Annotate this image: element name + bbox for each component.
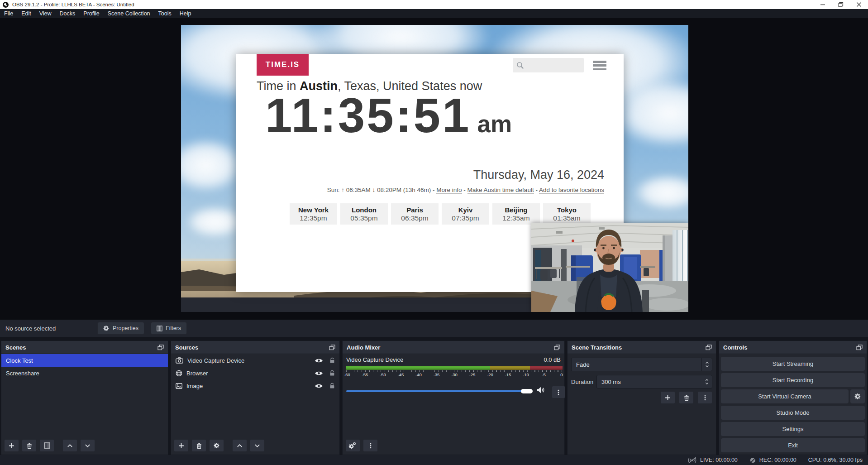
search-input[interactable] <box>513 58 584 72</box>
menu-profile[interactable]: Profile <box>79 9 103 18</box>
scene-item-clock-test[interactable]: Clock Test <box>1 354 168 367</box>
popout-icon[interactable] <box>856 345 863 350</box>
obs-logo-icon <box>3 2 9 8</box>
volume-slider-handle[interactable] <box>521 389 533 393</box>
dots-icon <box>702 394 708 401</box>
scene-move-up-button[interactable] <box>62 439 77 452</box>
menu-docks[interactable]: Docks <box>56 9 80 18</box>
restore-button[interactable] <box>832 0 850 9</box>
start-recording-button[interactable]: Start Recording <box>721 373 865 387</box>
menu-file[interactable]: File <box>0 9 17 18</box>
city-card-kyiv[interactable]: Kyiv 07:35pm <box>442 203 489 225</box>
scene-canvas[interactable]: TIME.IS Time in Austin, Texas, United St… <box>181 25 688 312</box>
scenes-list: Clock Test Screenshare <box>1 354 168 455</box>
eye-icon[interactable] <box>315 383 323 389</box>
properties-button[interactable]: Properties <box>97 322 144 335</box>
popout-icon[interactable] <box>706 345 712 350</box>
volume-slider-track <box>346 390 525 392</box>
add-scene-button[interactable] <box>4 439 19 452</box>
filters-button[interactable]: Filters <box>151 322 187 335</box>
exit-button[interactable]: Exit <box>721 438 865 452</box>
remove-source-button[interactable] <box>191 439 206 452</box>
lock-open-icon[interactable] <box>329 357 335 364</box>
virtual-camera-settings-button[interactable] <box>850 389 865 403</box>
sources-header: Sources <box>171 341 339 354</box>
popout-icon[interactable] <box>554 345 560 350</box>
eye-icon[interactable] <box>315 358 323 364</box>
date-display: Thursday, May 16, 2024 <box>473 168 604 182</box>
obs-window: OBS 29.1.2 - Profile: LLHLS BETA - Scene… <box>0 0 868 465</box>
duration-spinbox[interactable]: 300 ms <box>596 375 712 388</box>
menu-tools[interactable]: Tools <box>154 9 176 18</box>
mixer-menu-button[interactable] <box>363 439 378 452</box>
sources-list: Video Capture Device Browser Image <box>171 354 339 455</box>
source-move-down-button[interactable] <box>250 439 265 452</box>
source-context-toolbar: No source selected Properties Filters <box>0 320 868 337</box>
city-card-newyork[interactable]: New York 12:35pm <box>290 203 337 225</box>
make-default-link[interactable]: Make Austin time default <box>467 187 534 194</box>
no-source-status: No source selected <box>5 320 56 337</box>
window-title: OBS 29.1.2 - Profile: LLHLS BETA - Scene… <box>12 2 134 7</box>
filter-icon <box>157 326 162 331</box>
preview-area[interactable]: TIME.IS Time in Austin, Texas, United St… <box>0 18 868 320</box>
chevron-up-icon <box>705 379 709 381</box>
volume-slider[interactable] <box>346 388 533 394</box>
scene-item-screenshare[interactable]: Screenshare <box>1 367 168 379</box>
chevron-up-icon <box>236 442 243 449</box>
cloud <box>186 206 244 238</box>
cpu-status: CPU: 0.6%, 30.00 fps <box>808 457 863 463</box>
lock-open-icon[interactable] <box>329 370 335 376</box>
transition-options-button[interactable] <box>697 391 712 404</box>
remove-scene-button[interactable] <box>22 439 37 452</box>
chevron-down-icon <box>705 365 709 368</box>
eye-icon[interactable] <box>315 370 323 376</box>
menu-help[interactable]: Help <box>176 9 196 18</box>
more-info-link[interactable]: More info <box>436 187 462 194</box>
scene-transitions-dock: Scene Transitions Fade Duration 300 ms <box>567 340 716 455</box>
source-item-image[interactable]: Image <box>171 379 339 392</box>
transition-select-arrows[interactable] <box>701 358 712 371</box>
start-virtual-camera-button[interactable]: Start Virtual Camera <box>721 389 849 403</box>
scene-move-down-button[interactable] <box>80 439 95 452</box>
city-card-tokyo[interactable]: Tokyo 01:35am <box>543 203 591 225</box>
trash-icon <box>196 442 202 449</box>
source-move-up-button[interactable] <box>232 439 247 452</box>
hamburger-menu-icon[interactable] <box>593 61 606 70</box>
popout-icon[interactable] <box>329 345 335 350</box>
speaker-icon[interactable] <box>536 387 545 393</box>
remove-transition-button[interactable] <box>679 391 694 404</box>
scene-filters-button[interactable] <box>39 439 54 452</box>
add-source-button[interactable] <box>174 439 189 452</box>
source-item-video-capture[interactable]: Video Capture Device <box>171 354 339 367</box>
webcam-overlay[interactable] <box>531 223 688 312</box>
controls-dock: Controls Start Streaming Start Recording… <box>719 340 867 455</box>
city-card-paris[interactable]: Paris 06:35pm <box>391 203 439 225</box>
city-card-beijing[interactable]: Beijing 12:35am <box>492 203 540 225</box>
add-transition-button[interactable] <box>660 391 675 404</box>
close-button[interactable] <box>850 0 868 9</box>
scenes-header: Scenes <box>1 341 168 354</box>
gear-icon <box>854 393 861 400</box>
settings-button[interactable]: Settings <box>721 422 865 436</box>
status-bar: LIVE: 00:00:00 REC: 00:00:00 CPU: 0.6%, … <box>0 455 868 465</box>
studio-mode-button[interactable]: Studio Mode <box>721 406 865 420</box>
city-card-london[interactable]: London 05:35pm <box>340 203 388 225</box>
source-properties-button[interactable] <box>209 439 224 452</box>
mixer-options-button[interactable] <box>552 386 565 398</box>
chevron-down-icon <box>705 382 709 385</box>
minimize-button[interactable] <box>814 0 832 9</box>
lock-open-icon[interactable] <box>329 383 335 389</box>
sources-dock: Sources Video Capture Device Browser <box>171 340 340 455</box>
duration-spin-arrows[interactable] <box>702 375 712 388</box>
popout-icon[interactable] <box>157 345 164 350</box>
menu-scene-collection[interactable]: Scene Collection <box>104 9 154 18</box>
advanced-audio-button[interactable] <box>345 439 360 452</box>
add-favorite-link[interactable]: Add to favorite locations <box>539 187 604 194</box>
image-icon <box>176 383 182 389</box>
transition-select[interactable]: Fade <box>571 358 712 371</box>
start-streaming-button[interactable]: Start Streaming <box>721 357 865 371</box>
menu-edit[interactable]: Edit <box>17 9 35 18</box>
menu-view[interactable]: View <box>35 9 56 18</box>
live-status: LIVE: 00:00:00 <box>687 457 738 464</box>
source-item-browser[interactable]: Browser <box>171 367 339 379</box>
